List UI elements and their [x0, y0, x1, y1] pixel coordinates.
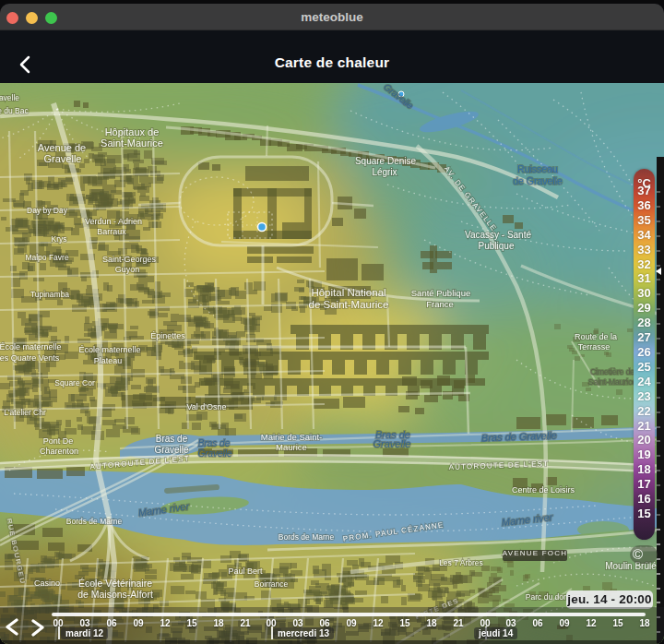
- svg-text:Vacassy - Santé: Vacassy - Santé: [465, 230, 532, 240]
- svg-text:Mairie de Saint-: Mairie de Saint-: [261, 432, 323, 442]
- svg-text:Krys: Krys: [52, 234, 67, 244]
- svg-text:de Maisons-Alfort: de Maisons-Alfort: [77, 589, 153, 600]
- svg-text:Bras de: Bras de: [198, 438, 231, 448]
- svg-text:Saint-Maurice: Saint-Maurice: [588, 377, 637, 387]
- svg-text:Gravelle: Gravelle: [197, 448, 232, 459]
- svg-text:Day by Day: Day by Day: [27, 206, 68, 215]
- svg-text:Cimetière de: Cimetière de: [590, 367, 634, 376]
- svg-text:École maternelle: École maternelle: [78, 345, 140, 354]
- svg-text:Les 7 Arbres: Les 7 Arbres: [439, 558, 483, 567]
- svg-text:Ruisseau: Ruisseau: [517, 163, 558, 174]
- svg-text:Plateau: Plateau: [94, 356, 123, 365]
- svg-text:Hôpital National: Hôpital National: [311, 287, 385, 298]
- svg-text:Square Denise: Square Denise: [355, 156, 417, 166]
- svg-text:de Saint-Maurice: de Saint-Maurice: [309, 299, 389, 310]
- svg-text:de Gravelle: de Gravelle: [513, 175, 563, 186]
- svg-text:avelle: avelle: [0, 93, 19, 102]
- svg-text:Malpo Favre: Malpo Favre: [25, 253, 69, 262]
- svg-text:Bras de: Bras de: [156, 434, 188, 444]
- svg-text:Avenue de: Avenue de: [38, 142, 86, 153]
- svg-text:Saint-Georges: Saint-Georges: [102, 255, 157, 264]
- svg-text:Centre de Loisirs: Centre de Loisirs: [512, 485, 575, 495]
- svg-text:Val d'Osne: Val d'Osne: [186, 402, 226, 411]
- svg-text:les Quatre Vents: les Quatre Vents: [0, 353, 60, 363]
- svg-text:Barraux: Barraux: [97, 227, 126, 236]
- svg-text:Tupinamba: Tupinamba: [30, 290, 69, 299]
- svg-text:Verdun - Adrien: Verdun - Adrien: [85, 217, 142, 226]
- svg-text:Hôpitaux de: Hôpitaux de: [105, 126, 160, 137]
- svg-text:France: France: [426, 299, 454, 309]
- svg-text:École Vétérinaire: École Vétérinaire: [78, 578, 152, 589]
- svg-text:Bords de Marne: Bords de Marne: [279, 532, 335, 542]
- svg-text:Gravelle: Gravelle: [44, 153, 82, 164]
- svg-text:Pont De: Pont De: [43, 436, 74, 446]
- svg-text:École maternelle: École maternelle: [0, 342, 62, 352]
- svg-text:Terrasse: Terrasse: [578, 342, 611, 352]
- svg-text:Santé Publique: Santé Publique: [411, 288, 470, 298]
- svg-text:Épinettes: Épinettes: [150, 331, 185, 340]
- svg-text:Gravelle: Gravelle: [374, 438, 411, 449]
- svg-text:Route de la: Route de la: [575, 332, 617, 341]
- svg-text:Paul Bert: Paul Bert: [228, 566, 263, 576]
- svg-text:Maurice: Maurice: [276, 442, 307, 452]
- svg-text:Gravelle: Gravelle: [154, 445, 189, 455]
- svg-text:Guyon: Guyon: [115, 265, 140, 274]
- svg-text:AVENUE FOCH: AVENUE FOCH: [503, 549, 567, 557]
- svg-text:Charenton: Charenton: [40, 447, 78, 456]
- svg-text:Légrix: Légrix: [372, 167, 397, 177]
- svg-text:L'atelier Chr: L'atelier Chr: [4, 408, 46, 417]
- svg-text:Saint-Maurice: Saint-Maurice: [101, 137, 163, 149]
- svg-text:Boirrance: Boirrance: [255, 579, 289, 589]
- svg-text:Square Cor: Square Cor: [54, 378, 95, 388]
- svg-text:Publique: Publique: [479, 241, 515, 251]
- svg-text:e du Bac: e du Bac: [0, 106, 30, 115]
- svg-text:Bords de Marne: Bords de Marne: [66, 517, 123, 526]
- svg-text:Casino: Casino: [34, 578, 60, 588]
